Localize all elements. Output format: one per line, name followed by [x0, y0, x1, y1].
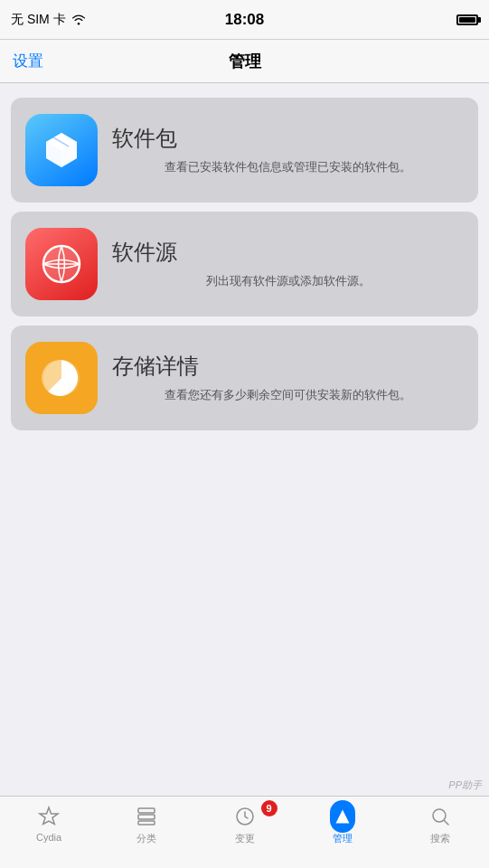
status-bar: 无 SIM 卡 18:08	[0, 0, 489, 40]
tab-manage[interactable]: 管理	[294, 804, 391, 845]
tab-cydia-label: Cydia	[36, 832, 61, 843]
manage-icon	[330, 804, 355, 829]
changes-icon	[232, 804, 258, 829]
packages-icon	[25, 114, 98, 186]
status-battery-area	[456, 14, 478, 25]
search-icon	[428, 804, 453, 829]
tab-manage-label: 管理	[333, 832, 353, 845]
sources-text: 软件源 列出现有软件源或添加软件源。	[112, 238, 464, 290]
status-carrier: 无 SIM 卡	[11, 12, 86, 28]
tab-sections[interactable]: 分类	[98, 804, 195, 845]
svg-point-8	[433, 809, 446, 822]
svg-rect-4	[138, 808, 155, 813]
battery-icon	[456, 14, 478, 25]
tab-search[interactable]: 搜索	[391, 804, 489, 845]
battery-fill	[459, 17, 475, 23]
storage-desc: 查看您还有多少剩余空间可供安装新的软件包。	[112, 386, 464, 404]
storage-icon	[25, 342, 98, 414]
nav-title: 管理	[229, 51, 261, 72]
packages-text: 软件包 查看已安装软件包信息或管理已安装的软件包。	[112, 124, 464, 176]
storage-card[interactable]: 存储详情 查看您还有多少剩余空间可供安装新的软件包。	[11, 326, 478, 430]
packages-title: 软件包	[112, 124, 464, 153]
sections-icon	[134, 804, 159, 829]
sources-desc: 列出现有软件源或添加软件源。	[112, 272, 464, 290]
sources-card[interactable]: 软件源 列出现有软件源或添加软件源。	[11, 212, 478, 316]
tab-sections-label: 分类	[136, 832, 156, 845]
manage-active-circle	[330, 800, 355, 833]
tab-cydia[interactable]: Cydia	[0, 804, 98, 843]
nav-bar: 设置 管理	[0, 40, 489, 83]
sources-title: 软件源	[112, 238, 464, 267]
packages-card[interactable]: 软件包 查看已安装软件包信息或管理已安装的软件包。	[11, 98, 478, 203]
cydia-icon	[36, 804, 61, 829]
svg-rect-5	[138, 815, 155, 819]
changes-badge: 9	[261, 800, 277, 816]
watermark: PP助手	[448, 778, 482, 792]
nav-back-button[interactable]: 设置	[13, 51, 43, 71]
svg-rect-6	[138, 821, 155, 825]
packages-desc: 查看已安装软件包信息或管理已安装的软件包。	[112, 158, 464, 176]
main-content: 软件包 查看已安装软件包信息或管理已安装的软件包。 软件源 列出现有软件源或添	[0, 83, 489, 445]
tab-bar: Cydia 分类 9 变更	[0, 796, 489, 868]
tab-search-label: 搜索	[430, 832, 450, 845]
sources-icon	[25, 228, 98, 300]
tab-changes[interactable]: 9 变更	[195, 804, 293, 845]
wifi-icon	[71, 14, 86, 25]
tab-changes-label: 变更	[235, 832, 255, 845]
status-time: 18:08	[225, 11, 264, 29]
storage-title: 存储详情	[112, 352, 464, 381]
storage-text: 存储详情 查看您还有多少剩余空间可供安装新的软件包。	[112, 352, 464, 404]
